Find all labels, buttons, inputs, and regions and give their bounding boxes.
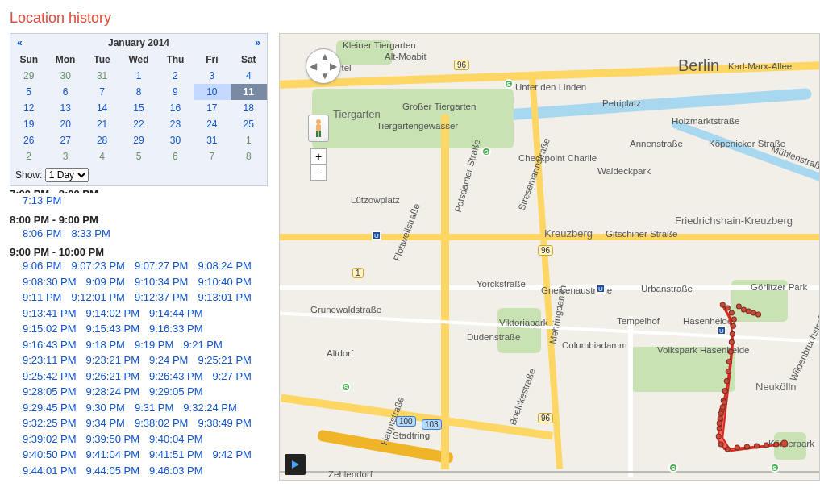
calendar-day[interactable]: 6 bbox=[47, 84, 83, 100]
calendar-day[interactable]: 28 bbox=[84, 132, 120, 148]
calendar-day[interactable]: 2 bbox=[10, 148, 47, 165]
timeline-timestamp[interactable]: 9:24 PM bbox=[149, 352, 188, 369]
timeline-timestamp[interactable]: 9:13:01 PM bbox=[198, 289, 252, 306]
pan-north-icon[interactable]: ▲ bbox=[320, 51, 330, 62]
calendar-day[interactable]: 30 bbox=[157, 132, 194, 148]
timeline-timestamp[interactable]: 9:40:50 PM bbox=[23, 447, 77, 463]
calendar-next-button[interactable]: » bbox=[255, 37, 260, 48]
timeline-timestamp[interactable]: 9:26:21 PM bbox=[86, 369, 140, 385]
calendar-day[interactable]: 24 bbox=[194, 116, 230, 132]
timeline-timestamp[interactable]: 9:16:43 PM bbox=[23, 337, 77, 353]
calendar-day[interactable]: 14 bbox=[84, 100, 120, 116]
calendar-day[interactable]: 31 bbox=[194, 132, 230, 148]
timeline-timestamp[interactable]: 8:33 PM bbox=[71, 226, 110, 242]
timeline-timestamp[interactable]: 8:06 PM bbox=[23, 226, 61, 242]
timeline-timestamp[interactable]: 9:46:03 PM bbox=[149, 463, 203, 477]
timeline-timestamp[interactable]: 9:39:50 PM bbox=[86, 431, 140, 448]
timeline-timestamp[interactable]: 9:39:02 PM bbox=[23, 431, 77, 448]
timeline-timestamp[interactable]: 9:21 PM bbox=[183, 337, 222, 353]
timeline-timestamp[interactable]: 9:06 PM bbox=[23, 258, 61, 274]
map-container[interactable]: Berlin Kleiner Tiergarten Alt-Moabit vie… bbox=[279, 33, 820, 481]
timeline-timestamp[interactable]: 9:25:21 PM bbox=[198, 352, 252, 369]
calendar-day[interactable]: 1 bbox=[120, 68, 156, 84]
calendar-day[interactable]: 25 bbox=[231, 116, 267, 132]
calendar-day[interactable]: 6 bbox=[157, 148, 194, 165]
zoom-out-button[interactable]: − bbox=[310, 165, 327, 181]
timeline-timestamp[interactable]: 9:08:24 PM bbox=[198, 258, 252, 274]
timeline-timestamp[interactable]: 9:44:05 PM bbox=[86, 463, 140, 477]
timeline-timestamp[interactable]: 9:31 PM bbox=[135, 400, 173, 416]
show-select[interactable]: 1 Day bbox=[45, 168, 89, 182]
calendar-day[interactable]: 2 bbox=[157, 68, 194, 84]
timeline-timestamp[interactable]: 9:11 PM bbox=[23, 289, 61, 306]
calendar-day[interactable]: 7 bbox=[194, 148, 230, 165]
timeline-timestamp[interactable]: 9:26:43 PM bbox=[149, 369, 203, 385]
calendar-day[interactable]: 26 bbox=[10, 132, 47, 148]
timeline-timestamp[interactable]: 9:30 PM bbox=[86, 400, 125, 416]
timeline-timestamp[interactable]: 9:14:02 PM bbox=[86, 306, 140, 322]
calendar-day[interactable]: 29 bbox=[10, 68, 47, 84]
calendar-day[interactable]: 8 bbox=[120, 84, 156, 100]
timeline-timestamp[interactable]: 9:38:49 PM bbox=[198, 415, 252, 431]
timeline-timestamp[interactable]: 9:34 PM bbox=[86, 415, 125, 431]
timeline-timestamp[interactable]: 9:15:02 PM bbox=[23, 321, 77, 337]
calendar-day[interactable]: 20 bbox=[47, 116, 83, 132]
timeline-timestamp[interactable]: 9:07:27 PM bbox=[135, 258, 189, 274]
timeline-timestamp[interactable]: 9:14:44 PM bbox=[149, 306, 203, 322]
pan-south-icon[interactable]: ▼ bbox=[320, 70, 330, 81]
calendar-day[interactable]: 18 bbox=[231, 100, 267, 116]
timeline-timestamp[interactable]: 9:15:43 PM bbox=[86, 321, 140, 337]
timeline-timestamp[interactable]: 9:29:05 PM bbox=[149, 384, 203, 400]
calendar-day[interactable]: 29 bbox=[120, 132, 156, 148]
calendar-day[interactable]: 5 bbox=[10, 84, 47, 100]
calendar-day[interactable]: 4 bbox=[231, 68, 267, 84]
street-view-pegman[interactable] bbox=[308, 115, 329, 142]
calendar-day[interactable]: 16 bbox=[157, 100, 194, 116]
timeline-timestamp[interactable]: 9:19 PM bbox=[135, 337, 173, 353]
calendar-day[interactable]: 23 bbox=[157, 116, 194, 132]
timeline-timestamp[interactable]: 9:29:45 PM bbox=[23, 400, 77, 416]
calendar-day[interactable]: 27 bbox=[47, 132, 83, 148]
calendar-day[interactable]: 8 bbox=[231, 148, 267, 165]
timeline-timestamp[interactable]: 9:32:25 PM bbox=[23, 415, 77, 431]
zoom-in-button[interactable]: + bbox=[310, 148, 327, 165]
timeline-timestamp[interactable]: 9:38:02 PM bbox=[135, 415, 189, 431]
timeline-timestamp[interactable]: 9:10:40 PM bbox=[198, 274, 252, 290]
calendar-day[interactable]: 21 bbox=[84, 116, 120, 132]
calendar-day[interactable]: 17 bbox=[194, 100, 230, 116]
calendar-day[interactable]: 22 bbox=[120, 116, 156, 132]
timeline-timestamp[interactable]: 9:40:04 PM bbox=[149, 431, 203, 448]
timeline-timestamp[interactable]: 9:09 PM bbox=[86, 274, 125, 290]
calendar-day[interactable]: 11 bbox=[231, 84, 267, 100]
timeline-timestamp[interactable]: 9:44:01 PM bbox=[23, 463, 77, 477]
calendar-prev-button[interactable]: « bbox=[17, 37, 23, 48]
calendar-day[interactable]: 30 bbox=[47, 68, 83, 84]
pan-east-icon[interactable]: ▶ bbox=[330, 60, 337, 72]
timeline-timestamp[interactable]: 9:28:05 PM bbox=[23, 384, 77, 400]
timeline-timestamp[interactable]: 9:41:51 PM bbox=[149, 447, 203, 463]
timeline-timestamp[interactable]: 9:07:23 PM bbox=[71, 258, 125, 274]
timeline-timestamp[interactable]: 9:12:01 PM bbox=[71, 289, 125, 306]
calendar-day[interactable]: 4 bbox=[84, 148, 120, 165]
timeline-timestamp[interactable]: 9:25:42 PM bbox=[23, 369, 77, 385]
timeline-timestamp[interactable]: 9:12:37 PM bbox=[135, 289, 189, 306]
calendar-day[interactable]: 13 bbox=[47, 100, 83, 116]
timeline-timestamp[interactable]: 9:27 PM bbox=[213, 369, 252, 385]
timeline-timestamp[interactable]: 9:08:30 PM bbox=[23, 274, 77, 290]
calendar-day[interactable]: 5 bbox=[120, 148, 156, 165]
map-pan-control[interactable]: ▲ ▼ ▶ ◀ bbox=[306, 48, 341, 84]
timeline-timestamp[interactable]: 7:13 PM bbox=[23, 193, 61, 209]
timeline-timestamp[interactable]: 9:42 PM bbox=[213, 447, 252, 463]
timeline-timestamp[interactable]: 9:10:34 PM bbox=[135, 274, 189, 290]
map[interactable]: Berlin Kleiner Tiergarten Alt-Moabit vie… bbox=[280, 34, 819, 480]
timeline-timestamp[interactable]: 9:28:24 PM bbox=[86, 384, 140, 400]
calendar-day[interactable]: 10 bbox=[194, 84, 230, 100]
timeline-timestamp[interactable]: 9:23:21 PM bbox=[86, 352, 140, 369]
timeline-timestamp[interactable]: 9:32:24 PM bbox=[183, 400, 237, 416]
calendar-day[interactable]: 12 bbox=[10, 100, 47, 116]
calendar-day[interactable]: 31 bbox=[84, 68, 120, 84]
calendar-day[interactable]: 7 bbox=[84, 84, 120, 100]
timeline-timestamp[interactable]: 9:13:41 PM bbox=[23, 306, 77, 322]
calendar-day[interactable]: 3 bbox=[47, 148, 83, 165]
calendar-day[interactable]: 9 bbox=[157, 84, 194, 100]
